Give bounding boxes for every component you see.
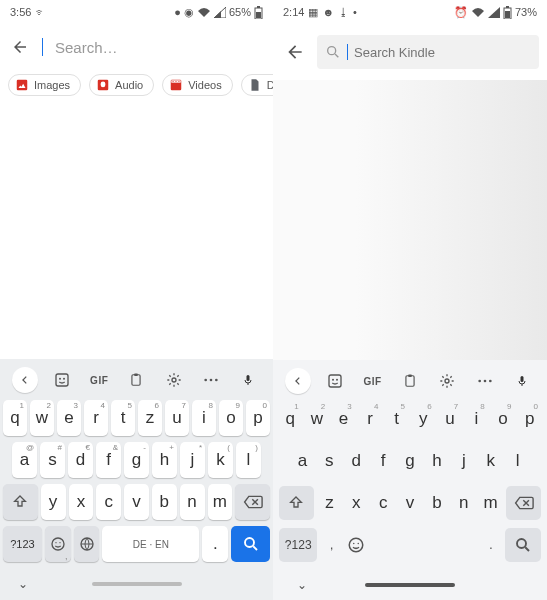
key-d[interactable]: d€ — [68, 442, 93, 478]
sticker-icon[interactable] — [49, 367, 75, 393]
key-f[interactable]: f — [370, 442, 397, 480]
key-comma[interactable]: , — [319, 528, 344, 562]
key-x[interactable]: x — [343, 484, 370, 522]
chevron-left-icon[interactable] — [12, 367, 38, 393]
clipboard-icon[interactable] — [397, 368, 423, 394]
key-b[interactable]: b — [423, 484, 450, 522]
sticker-icon[interactable] — [322, 368, 348, 394]
gif-button[interactable]: GIF — [360, 368, 386, 394]
key-v[interactable]: v — [124, 484, 149, 520]
key-search[interactable] — [505, 528, 541, 562]
key-m[interactable]: m — [477, 484, 504, 522]
key-q[interactable]: q1 — [3, 400, 27, 436]
gif-button[interactable]: GIF — [86, 367, 112, 393]
key-e[interactable]: e3 — [57, 400, 81, 436]
key-a[interactable]: a@ — [12, 442, 37, 478]
chevron-down-icon[interactable]: ⌄ — [297, 578, 307, 592]
clipboard-icon[interactable] — [123, 367, 149, 393]
key-o[interactable]: o9 — [219, 400, 243, 436]
key-t[interactable]: t5 — [111, 400, 135, 436]
key-i[interactable]: i8 — [463, 400, 490, 438]
key-a[interactable]: a — [289, 442, 316, 480]
searchbox[interactable] — [317, 35, 539, 69]
key-b[interactable]: b — [152, 484, 177, 520]
chip-audio[interactable]: Audio — [89, 74, 154, 96]
key-u[interactable]: u7 — [437, 400, 464, 438]
key-backspace[interactable] — [506, 486, 541, 520]
search-input[interactable] — [55, 39, 265, 56]
key-f[interactable]: f& — [96, 442, 121, 478]
back-button[interactable] — [8, 35, 32, 59]
key-search[interactable] — [231, 526, 270, 562]
chevron-left-icon[interactable] — [285, 368, 311, 394]
key-t[interactable]: t5 — [383, 400, 410, 438]
key-y[interactable]: y6 — [410, 400, 437, 438]
key-period[interactable]: . — [202, 526, 228, 562]
key-r[interactable]: r4 — [84, 400, 108, 436]
key-h[interactable]: h+ — [152, 442, 177, 478]
key-symbols[interactable]: ?123 — [3, 526, 42, 562]
key-r[interactable]: r4 — [357, 400, 384, 438]
gear-icon[interactable] — [161, 367, 187, 393]
key-h[interactable]: h — [423, 442, 450, 480]
key-l[interactable]: l) — [236, 442, 261, 478]
dots-icon[interactable] — [198, 367, 224, 393]
key-i[interactable]: i8 — [192, 400, 216, 436]
home-pill[interactable] — [365, 583, 455, 587]
key-period[interactable]: . — [479, 528, 504, 562]
key-q[interactable]: q1 — [277, 400, 304, 438]
svg-point-19 — [52, 538, 64, 550]
key-symbols[interactable]: ?123 — [279, 528, 317, 562]
key-space[interactable]: DE · EN — [102, 526, 199, 562]
key-m[interactable]: m — [208, 484, 233, 520]
key-w[interactable]: w2 — [30, 400, 54, 436]
chip-documents[interactable]: Document — [241, 74, 273, 96]
key-c[interactable]: c — [370, 484, 397, 522]
search-input[interactable] — [354, 45, 531, 60]
key-shift[interactable] — [3, 484, 38, 520]
back-button[interactable] — [281, 38, 309, 66]
home-pill[interactable] — [92, 582, 182, 586]
dots-icon[interactable] — [472, 368, 498, 394]
key-g[interactable]: g — [397, 442, 424, 480]
key-s[interactable]: s — [316, 442, 343, 480]
chevron-down-icon[interactable]: ⌄ — [18, 577, 28, 591]
key-k[interactable]: k( — [208, 442, 233, 478]
key-p[interactable]: p0 — [246, 400, 270, 436]
key-e[interactable]: e3 — [330, 400, 357, 438]
key-c[interactable]: c — [96, 484, 121, 520]
key-space[interactable] — [369, 528, 479, 562]
key-j[interactable]: j* — [180, 442, 205, 478]
key-y[interactable]: y — [41, 484, 66, 520]
key-backspace[interactable] — [235, 484, 270, 520]
key-u[interactable]: u7 — [165, 400, 189, 436]
key-l[interactable]: l — [504, 442, 531, 480]
svg-rect-28 — [329, 375, 341, 387]
key-d[interactable]: d — [343, 442, 370, 480]
mic-icon[interactable] — [235, 367, 261, 393]
key-z[interactable]: z6 — [138, 400, 162, 436]
chip-images[interactable]: Images — [8, 74, 81, 96]
content-area-right — [273, 80, 547, 360]
key-v[interactable]: v — [397, 484, 424, 522]
key-k[interactable]: k — [477, 442, 504, 480]
key-z[interactable]: z — [316, 484, 343, 522]
key-x[interactable]: x — [69, 484, 94, 520]
emoji-icon[interactable] — [344, 528, 369, 562]
phone-left: 3:56 ᯤ ● ◉ 65% Images Audi — [0, 0, 273, 600]
key-o[interactable]: o9 — [490, 400, 517, 438]
svg-point-6 — [173, 81, 174, 82]
globe-icon[interactable] — [74, 526, 100, 562]
key-g[interactable]: g- — [124, 442, 149, 478]
key-j[interactable]: j — [450, 442, 477, 480]
key-shift[interactable] — [279, 486, 314, 520]
key-p[interactable]: p0 — [516, 400, 543, 438]
key-n[interactable]: n — [180, 484, 205, 520]
key-s[interactable]: s# — [40, 442, 65, 478]
gear-icon[interactable] — [434, 368, 460, 394]
key-w[interactable]: w2 — [304, 400, 331, 438]
chip-videos[interactable]: Videos — [162, 74, 232, 96]
mic-icon[interactable] — [509, 368, 535, 394]
emoji-icon[interactable]: , — [45, 526, 71, 562]
key-n[interactable]: n — [450, 484, 477, 522]
